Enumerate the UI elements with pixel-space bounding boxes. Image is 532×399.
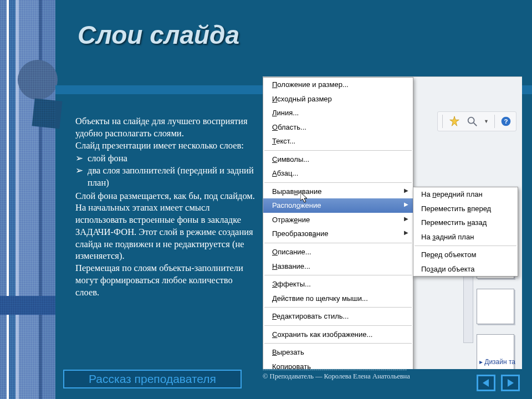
- context-menu-item[interactable]: Текст...: [263, 134, 413, 149]
- context-menu-item[interactable]: Область...: [263, 120, 413, 135]
- embedded-screenshot: ▼ ? Дизайн та Положение и размер...Исход…: [263, 76, 522, 369]
- context-menu-item[interactable]: Вырезать: [263, 345, 413, 360]
- context-menu-item[interactable]: Линия...: [263, 106, 413, 120]
- body-p4: Перемещая по слоям объекты-заполнители м…: [75, 262, 258, 298]
- ornament-circle: [18, 60, 58, 100]
- thumbnail[interactable]: [477, 289, 514, 324]
- star-icon[interactable]: [448, 115, 461, 127]
- help-icon[interactable]: ?: [500, 116, 511, 127]
- context-menu: Положение и размер...Исходный размерЛини…: [263, 77, 413, 369]
- menu-separator: [264, 325, 412, 326]
- context-menu-item[interactable]: Копировать: [263, 360, 413, 369]
- menu-separator: [264, 150, 412, 151]
- svg-line-4: [474, 123, 477, 126]
- context-menu-item[interactable]: Действие по щелчку мыши...: [263, 291, 413, 306]
- context-menu-item[interactable]: Эффекты...: [263, 277, 413, 291]
- submenu-item[interactable]: Перед объектом: [413, 248, 518, 262]
- toolbar-separator: [442, 115, 443, 128]
- context-submenu: На передний планПереместить впередПереме…: [413, 187, 518, 277]
- svg-marker-1: [508, 379, 514, 387]
- submenu-item[interactable]: Позади объекта: [413, 262, 518, 277]
- body-bullets: слой фона два слоя заполнителей (передни…: [88, 152, 258, 188]
- zoom-icon[interactable]: [466, 115, 478, 127]
- context-menu-item[interactable]: Положение и размер...: [263, 78, 413, 92]
- svg-text:?: ?: [504, 117, 508, 125]
- ornament-rect: [0, 296, 55, 315]
- submenu-item[interactable]: Переместить назад: [413, 216, 518, 230]
- bullet-item: два слоя заполнителей (передний и задний…: [88, 165, 258, 189]
- menu-separator: [264, 182, 412, 183]
- menu-separator: [264, 307, 412, 308]
- context-menu-item[interactable]: Выравнивание: [263, 185, 413, 199]
- nav-arrows: [477, 375, 520, 391]
- toolbar: ▼ ?: [437, 111, 516, 131]
- slide-body: Объекты на слайде для лучшего восприятия…: [75, 115, 258, 298]
- slide-title: Слои слайда: [78, 20, 239, 50]
- bullet-item: слой фона: [88, 152, 258, 165]
- menu-separator: [415, 245, 516, 246]
- body-p2: Слайд презентации имеет несколько слоев:: [75, 140, 258, 152]
- submenu-item[interactable]: На задний план: [413, 230, 518, 244]
- context-menu-item[interactable]: Символы...: [263, 152, 413, 167]
- context-menu-item[interactable]: Исходный размер: [263, 92, 413, 106]
- decorative-left-strip: [0, 0, 55, 399]
- context-menu-item[interactable]: Расположение: [263, 198, 413, 213]
- svg-point-3: [468, 117, 474, 124]
- ornament-square: [32, 99, 63, 129]
- context-menu-item[interactable]: Абзац...: [263, 166, 413, 181]
- context-menu-item[interactable]: Преобразование: [263, 227, 413, 241]
- body-p1: Объекты на слайде для лучшего восприятия…: [75, 115, 258, 140]
- svg-marker-2: [450, 116, 459, 126]
- toolbar-separator: [494, 115, 495, 128]
- context-menu-item[interactable]: Описание...: [263, 245, 413, 259]
- dropdown-icon[interactable]: ▼: [484, 119, 489, 124]
- menu-separator: [264, 343, 412, 344]
- submenu-item[interactable]: На передний план: [413, 187, 518, 202]
- menu-separator: [264, 275, 412, 275]
- context-menu-item[interactable]: Редактировать стиль...: [263, 309, 413, 324]
- context-menu-item[interactable]: Сохранить как изображение...: [263, 328, 413, 342]
- footer-credit: © Преподаватель — Королева Елена Анатоль…: [263, 372, 410, 381]
- body-p3: Слой фона размещается, как бы, под слайд…: [75, 190, 258, 263]
- submenu-item[interactable]: Переместить вперед: [413, 202, 518, 216]
- menu-separator: [264, 243, 412, 243]
- design-pane-label[interactable]: Дизайн та: [479, 358, 515, 366]
- context-menu-item[interactable]: Отражение: [263, 213, 413, 227]
- next-slide-button[interactable]: [501, 375, 520, 391]
- svg-marker-0: [483, 379, 489, 387]
- context-menu-item[interactable]: Название...: [263, 259, 413, 274]
- story-box[interactable]: Рассказ преподавателя: [63, 370, 242, 388]
- prev-slide-button[interactable]: [477, 375, 495, 391]
